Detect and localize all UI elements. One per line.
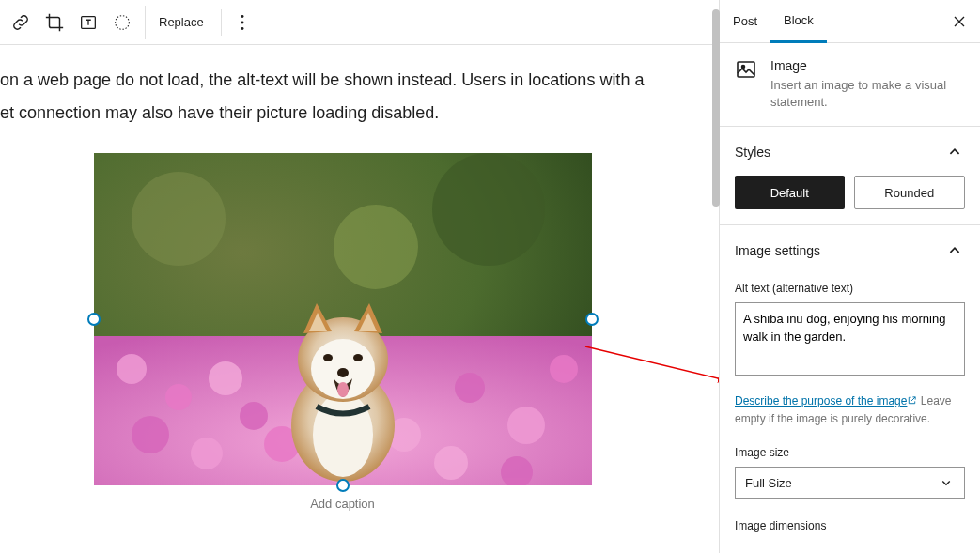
resize-handle-right[interactable]	[585, 313, 599, 326]
style-rounded-button[interactable]: Rounded	[854, 176, 966, 209]
svg-point-13	[132, 416, 169, 453]
body-line: on a web page do not load, the alt-text …	[0, 66, 685, 95]
caption-placeholder[interactable]: Add caption	[310, 497, 375, 511]
svg-point-17	[455, 373, 485, 403]
svg-point-18	[507, 407, 545, 444]
style-default-button[interactable]: Default	[735, 176, 845, 209]
tab-post[interactable]: Post	[720, 0, 770, 42]
image-content	[94, 153, 592, 485]
svg-point-12	[209, 361, 242, 395]
replace-button[interactable]: Replace	[145, 6, 217, 39]
svg-point-28	[323, 354, 333, 361]
svg-point-34	[742, 66, 745, 69]
image-frame	[94, 153, 592, 485]
svg-point-29	[353, 354, 363, 361]
external-link-icon	[907, 393, 917, 410]
svg-point-30	[337, 368, 349, 377]
image-settings-panel: Image settings Alt text (alternative tex…	[720, 225, 980, 547]
scrollbar-thumb[interactable]	[712, 9, 720, 207]
annotation-arrow	[581, 342, 719, 389]
block-card: Image Insert an image to make a visual s…	[720, 43, 980, 127]
svg-line-32	[585, 346, 719, 381]
svg-point-14	[191, 438, 223, 469]
duotone-icon[interactable]	[105, 6, 139, 39]
svg-point-2	[241, 15, 243, 18]
chevron-up-icon	[944, 240, 965, 261]
block-toolbar: Replace	[0, 0, 719, 45]
link-icon[interactable]	[4, 6, 38, 39]
close-sidebar-button[interactable]	[939, 12, 980, 31]
text-overlay-icon[interactable]	[71, 6, 105, 39]
body-line: et connection may also have their pictur…	[0, 99, 685, 128]
image-size-value: Full Size	[745, 476, 792, 490]
tab-block[interactable]: Block	[770, 0, 827, 43]
alt-text-help: Describe the purpose of the image Leave …	[735, 392, 965, 427]
image-settings-toggle[interactable]: Image settings	[735, 240, 965, 261]
svg-rect-33	[738, 62, 754, 77]
editor-canvas: Replace on a web page do not load, the a…	[0, 0, 719, 553]
image-settings-title: Image settings	[735, 243, 820, 258]
crop-icon[interactable]	[38, 6, 71, 39]
sidebar-tabs: Post Block	[720, 0, 980, 43]
chevron-up-icon	[944, 142, 965, 162]
image-dimensions-label: Image dimensions	[735, 519, 965, 532]
svg-point-19	[550, 355, 578, 383]
image-size-select[interactable]: Full Size	[735, 467, 965, 499]
more-options-icon[interactable]	[226, 6, 259, 39]
svg-point-7	[432, 153, 545, 266]
svg-point-11	[165, 384, 192, 410]
svg-point-20	[434, 446, 468, 480]
svg-point-10	[117, 354, 147, 384]
svg-point-1	[116, 15, 130, 29]
image-size-label: Image size	[735, 446, 965, 459]
resize-handle-left[interactable]	[87, 313, 101, 326]
settings-sidebar: Post Block Image Insert an image to make…	[719, 0, 980, 553]
describe-image-link[interactable]: Describe the purpose of the image	[735, 394, 917, 407]
svg-point-3	[241, 21, 243, 23]
alt-text-label: Alt text (alternative text)	[735, 282, 965, 295]
canvas-body: on a web page do not load, the alt-text …	[0, 45, 719, 553]
sidebar-content: Image Insert an image to make a visual s…	[720, 43, 980, 553]
alt-text-input[interactable]	[735, 302, 965, 376]
styles-title: Styles	[735, 145, 770, 160]
toolbar-separator	[221, 9, 222, 36]
image-block-icon	[735, 58, 757, 111]
paragraph-block[interactable]: on a web page do not load, the alt-text …	[0, 66, 685, 127]
block-card-desc: Insert an image to make a visual stateme…	[770, 77, 965, 111]
svg-point-23	[240, 402, 268, 430]
block-card-title: Image	[770, 58, 965, 73]
chevron-down-icon	[938, 474, 955, 491]
svg-point-25	[313, 392, 373, 477]
styles-panel: Styles Default Rounded	[720, 127, 980, 225]
svg-point-31	[337, 382, 349, 397]
svg-point-6	[132, 172, 226, 266]
styles-panel-toggle[interactable]: Styles	[735, 142, 965, 162]
svg-point-4	[241, 26, 243, 29]
resize-handle-bottom[interactable]	[336, 479, 350, 492]
image-block[interactable]: Add caption	[94, 153, 592, 511]
svg-point-8	[334, 205, 418, 289]
